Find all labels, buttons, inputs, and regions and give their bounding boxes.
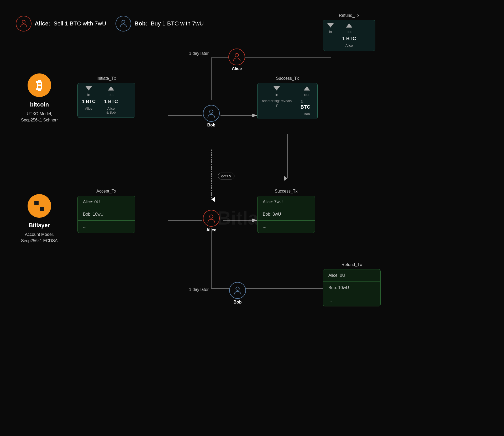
bitlayer-logo — [28, 194, 51, 218]
svg-point-22 — [236, 287, 239, 290]
main-container: Bitlayer Alice: Sell 1 BTC with 7wU Bob:… — [0, 0, 504, 436]
initiate-tx-out-col: out 1 BTC Alice & Bob — [100, 83, 122, 118]
svg-rect-17 — [34, 206, 39, 211]
initiate-tx-container: Initiate_Tx in 1 BTC Alice out 1 BTC Ali… — [77, 76, 135, 83]
bob-bitlayer-label: Bob — [233, 300, 242, 305]
accept-bob-val: Bob: 10wU — [78, 208, 135, 221]
bob-bitcoin-label: Bob — [207, 123, 215, 127]
alice-header-icon — [16, 16, 32, 31]
bitcoin-success-tx-container: Success_Tx in adaptor sig: reveals y out… — [257, 76, 318, 83]
svg-point-13 — [22, 20, 25, 23]
gets-y-bubble: gets y — [218, 173, 234, 179]
accept-tx-box: Alice: 0U Bob: 10wU ... — [77, 196, 135, 233]
in-label: in — [329, 30, 332, 34]
svg-point-19 — [209, 110, 213, 113]
svg-rect-18 — [40, 206, 45, 211]
bob-header-icon — [116, 16, 131, 31]
svg-point-20 — [235, 54, 238, 57]
bitcoin-success-tx-label: Success_Tx — [257, 76, 318, 81]
diagram-lines — [0, 0, 504, 436]
initiate-tx-label: Initiate_Tx — [77, 76, 135, 81]
svg-point-14 — [122, 20, 125, 23]
refund-alice-val: Alice: 0U — [323, 269, 380, 282]
initiate-tx-box: in 1 BTC Alice out 1 BTC Alice & Bob — [77, 83, 135, 118]
arrow-down-icon — [274, 86, 280, 91]
bitcoin-logo: ₿ — [28, 73, 51, 97]
bitcoin-refund-tx-box: in out 1 BTC Alice — [323, 20, 375, 51]
in-label: in — [87, 93, 90, 97]
alice-bitcoin-node: Alice — [228, 49, 245, 71]
out-value: 1 BTC — [301, 99, 313, 110]
refund-bob-val: Bob: 10wU — [323, 282, 380, 294]
in-owner: Alice — [85, 107, 92, 110]
alice-bitcoin-circle — [228, 49, 245, 65]
alice-bitlayer-circle — [203, 210, 220, 227]
bob-bitlayer-circle — [229, 282, 246, 299]
out-label: out — [346, 30, 351, 34]
bitcoin-refund-tx-label: Refund_Tx — [323, 13, 375, 18]
out-value: 1 BTC — [104, 99, 118, 104]
alice-header: Alice: Sell 1 BTC with 7wU — [16, 16, 106, 31]
success-bob-val: Bob: 3wU — [258, 208, 315, 221]
bitlayer-title: Bitlayer — [29, 222, 50, 229]
bitcoin-title: bitcoin — [30, 101, 49, 108]
accept-ellipsis: ... — [78, 221, 135, 233]
refund-out-col: out 1 BTC Alice — [338, 20, 360, 51]
alice-bitcoin-label: Alice — [232, 66, 242, 71]
svg-rect-15 — [34, 201, 39, 205]
bob-bitcoin-circle — [203, 105, 220, 122]
initiate-tx-in-col: in 1 BTC Alice — [78, 83, 100, 118]
bob-header-label: Bob: Buy 1 BTC with 7wU — [134, 20, 204, 27]
bitcoin-success-tx-box: in adaptor sig: reveals y out 1 BTC Bob — [257, 83, 318, 119]
bitlayer-refund-tx-box: Alice: 0U Bob: 10wU ... — [323, 269, 381, 306]
alice-bitlayer-node: Alice — [203, 210, 220, 232]
bitlayer-refund-tx-label: Refund_Tx — [323, 262, 381, 267]
arrow-up-icon — [108, 86, 114, 91]
bitlayer-section: Bitlayer Account Model, Secp256k1 ECDSA — [21, 194, 58, 244]
out-owner: Bob — [304, 112, 310, 116]
svg-point-21 — [209, 215, 213, 218]
day-later-bottom: 1 day later — [189, 287, 209, 292]
accept-alice-val: Alice: 0U — [78, 196, 135, 208]
bitlayer-success-tx-container: Success_Tx Alice: 7wU Bob: 3wU ... — [257, 189, 315, 233]
alice-bitlayer-label: Alice — [206, 228, 216, 232]
refund-ellipsis: ... — [323, 294, 380, 306]
section-divider — [52, 155, 420, 155]
bob-bitlayer-node: Bob — [229, 282, 246, 305]
bitlayer-subtitle: Account Model, Secp256k1 ECDSA — [21, 231, 58, 244]
bob-header: Bob: Buy 1 BTC with 7wU — [116, 16, 204, 31]
day-later-top: 1 day later — [189, 51, 209, 56]
bitlayer-success-tx-label: Success_Tx — [257, 189, 315, 194]
success-alice-val: Alice: 7wU — [258, 196, 315, 208]
out-label: out — [108, 93, 113, 97]
arrow-down-icon — [86, 86, 92, 91]
out-owner: Alice — [345, 44, 353, 47]
in-label: in — [275, 93, 278, 97]
arrow-up-icon — [304, 86, 310, 91]
success-out-col: out 1 BTC Bob — [296, 83, 317, 119]
bitcoin-refund-tx-container: Refund_Tx in out 1 BTC Alice — [323, 13, 375, 20]
in-value: 1 BTC — [82, 99, 96, 104]
bitcoin-subtitle: UTXO Model, Secp256k1 Schnorr — [21, 111, 58, 123]
svg-rect-16 — [40, 201, 45, 205]
out-value: 1 BTC — [342, 36, 356, 41]
bitlayer-refund-tx-container: Refund_Tx Alice: 0U Bob: 10wU ... — [323, 262, 381, 306]
in-value: adaptor sig: reveals y — [262, 99, 292, 107]
out-owner: Alice & Bob — [106, 107, 116, 114]
bitlayer-success-tx-box: Alice: 7wU Bob: 3wU ... — [257, 196, 315, 233]
arrow-up-icon — [346, 23, 352, 28]
arrow-down-icon — [327, 23, 334, 28]
accept-tx-container: Accept_Tx Alice: 0U Bob: 10wU ... — [77, 189, 135, 233]
success-in-col: in adaptor sig: reveals y — [258, 83, 296, 119]
refund-in-col: in — [323, 20, 338, 51]
success-ellipsis: ... — [258, 221, 315, 233]
out-label: out — [304, 93, 309, 97]
accept-tx-label: Accept_Tx — [77, 189, 135, 194]
bitcoin-section: ₿ bitcoin UTXO Model, Secp256k1 Schnorr — [21, 73, 58, 123]
alice-header-label: Alice: Sell 1 BTC with 7wU — [35, 20, 106, 27]
bob-bitcoin-node: Bob — [203, 105, 220, 127]
